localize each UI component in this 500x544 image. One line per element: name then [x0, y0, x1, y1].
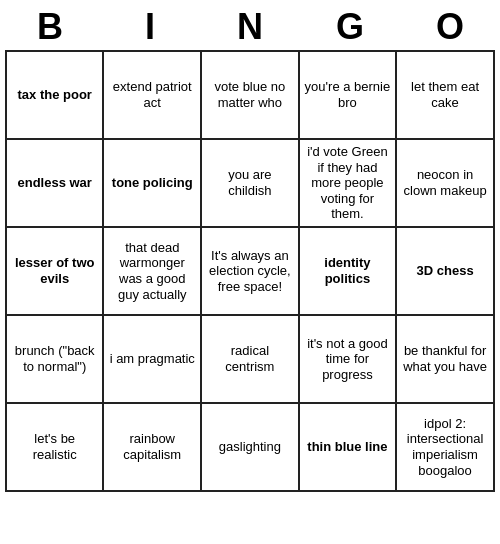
- grid-cell-r1-c3: i'd vote Green if they had more people v…: [299, 139, 396, 227]
- bingo-grid: tax the poorextend patriot actvote blue …: [5, 50, 495, 492]
- grid-cell-r4-c3: thin blue line: [299, 403, 396, 491]
- grid-cell-r2-c3: identity politics: [299, 227, 396, 315]
- grid-cell-r3-c2: radical centrism: [201, 315, 299, 403]
- grid-cell-r2-c1: that dead warmonger was a good guy actua…: [103, 227, 201, 315]
- grid-cell-r4-c4: idpol 2: intersectional imperialism boog…: [396, 403, 494, 491]
- grid-cell-r2-c0: lesser of two evils: [6, 227, 103, 315]
- grid-cell-r3-c0: brunch ("back to normal"): [6, 315, 103, 403]
- grid-cell-r3-c3: it's not a good time for progress: [299, 315, 396, 403]
- grid-cell-r2-c2: It's always an election cycle, free spac…: [201, 227, 299, 315]
- bingo-letter-b: B: [0, 6, 100, 48]
- grid-cell-r1-c2: you are childish: [201, 139, 299, 227]
- grid-cell-r2-c4: 3D chess: [396, 227, 494, 315]
- grid-cell-r4-c1: rainbow capitalism: [103, 403, 201, 491]
- bingo-letter-i: I: [100, 6, 200, 48]
- grid-cell-r3-c1: i am pragmatic: [103, 315, 201, 403]
- grid-cell-r1-c1: tone policing: [103, 139, 201, 227]
- grid-cell-r0-c2: vote blue no matter who: [201, 51, 299, 139]
- bingo-header: BINGO: [0, 0, 500, 50]
- grid-cell-r0-c4: let them eat cake: [396, 51, 494, 139]
- bingo-letter-g: G: [300, 6, 400, 48]
- grid-cell-r1-c0: endless war: [6, 139, 103, 227]
- grid-cell-r4-c2: gaslighting: [201, 403, 299, 491]
- grid-cell-r0-c3: you're a bernie bro: [299, 51, 396, 139]
- grid-cell-r0-c0: tax the poor: [6, 51, 103, 139]
- grid-cell-r1-c4: neocon in clown makeup: [396, 139, 494, 227]
- grid-cell-r4-c0: let's be realistic: [6, 403, 103, 491]
- grid-cell-r0-c1: extend patriot act: [103, 51, 201, 139]
- bingo-letter-n: N: [200, 6, 300, 48]
- bingo-letter-o: O: [400, 6, 500, 48]
- grid-cell-r3-c4: be thankful for what you have: [396, 315, 494, 403]
